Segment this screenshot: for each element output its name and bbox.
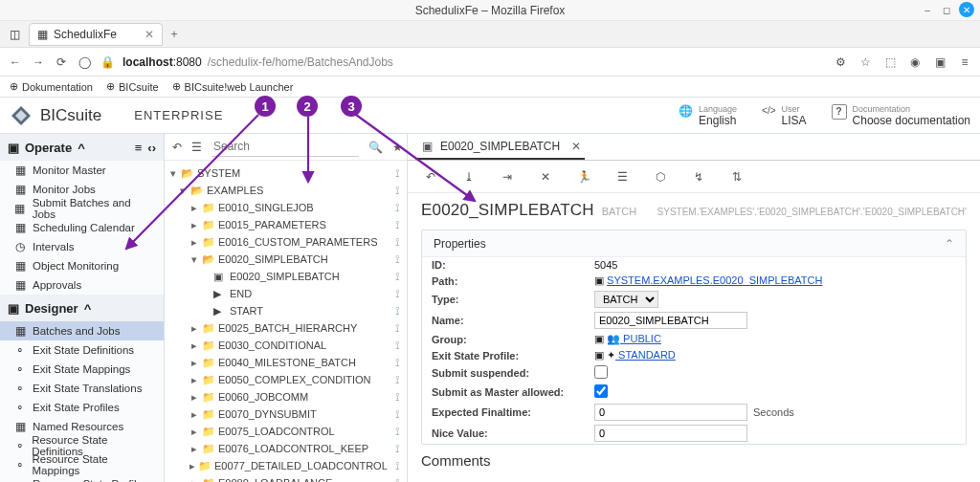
tree-node[interactable]: ▸📁E0060_JOBCOMM⟟	[168, 388, 403, 405]
tree-twisty-icon[interactable]: ▸	[189, 202, 199, 214]
tree-twisty-icon[interactable]: ▸	[189, 236, 199, 249]
nav-reload-icon[interactable]: ⟳	[54, 55, 69, 70]
tab-history-icon[interactable]: ◫	[6, 26, 23, 43]
tree-twisty-icon[interactable]: ▸	[189, 426, 199, 438]
pin-icon[interactable]: ⟟	[395, 459, 399, 472]
bookmark-item[interactable]: ⊕ Dokumentation	[10, 80, 93, 93]
tree-node[interactable]: ▸📁E0075_LOADCONTROL⟟	[168, 423, 403, 440]
nav-back-icon[interactable]: ←	[8, 55, 23, 70]
user-selector[interactable]: UserLISA	[762, 104, 806, 127]
pin-icon[interactable]: ⟟	[395, 252, 399, 266]
detail-tab-close-icon[interactable]: ✕	[571, 140, 581, 153]
undo-icon[interactable]: ↶	[172, 139, 182, 156]
stack-icon[interactable]: ☰	[612, 167, 632, 186]
shield-icon[interactable]: ⬡	[651, 167, 670, 186]
pin-icon[interactable]: ⟟	[395, 339, 399, 352]
nav-fwd-icon[interactable]: →	[31, 55, 46, 70]
tree-twisty-icon[interactable]: ▾	[168, 167, 178, 180]
pin-icon[interactable]: ⟟	[395, 442, 399, 455]
nav-item-monitor-jobs[interactable]: ▦Monitor Jobs	[0, 180, 164, 199]
tree-node[interactable]: ▶START⟟	[168, 302, 403, 319]
star-icon[interactable]: ★	[392, 139, 403, 156]
finaltime-field[interactable]	[594, 404, 747, 421]
nav-item-resource-state-definitions[interactable]: ∘Resource State Definitions	[0, 436, 164, 455]
collapse-icon[interactable]: ⌃	[945, 237, 954, 251]
tree-node[interactable]: ▸📁E0016_CUSTOM_PARAMETERS⟟	[168, 233, 403, 251]
app-menu-icon[interactable]: ≡	[957, 55, 972, 70]
tree-node[interactable]: ▸📁E0050_COMPLEX_CONDITION⟟	[168, 371, 403, 388]
tree-twisty-icon[interactable]: ▸	[189, 408, 199, 421]
nav-item-object-monitoring[interactable]: ▦Object Monitoring	[0, 256, 164, 275]
bookmark-item[interactable]: ⊕ BICsuite!web Launcher	[172, 80, 294, 93]
pin-icon[interactable]: ⟟	[395, 201, 399, 214]
window-minimize-icon[interactable]: –	[921, 3, 934, 16]
tree-node[interactable]: ▣E0020_SIMPLEBATCH⟟	[168, 268, 403, 285]
submit-master-checkbox[interactable]	[594, 384, 608, 398]
pin-icon[interactable]: ⟟	[395, 390, 399, 404]
nav-item-resource-state-mappings[interactable]: ∘Resource State Mappings	[0, 455, 164, 474]
pin-icon[interactable]: ⟟	[395, 407, 399, 421]
account-icon[interactable]: ◉	[907, 55, 923, 70]
tree-node[interactable]: ▸📁E0025_BATCH_HIERARCHY⟟	[168, 319, 403, 337]
export-icon[interactable]: ⇥	[498, 167, 517, 186]
tree-twisty-icon[interactable]: ▸	[189, 391, 199, 404]
nav-item-exit-state-definitions[interactable]: ∘Exit State Definitions	[0, 340, 164, 360]
pin-icon[interactable]: ⟟	[395, 373, 399, 386]
pin-icon[interactable]: ⟟	[395, 304, 399, 318]
pin-icon[interactable]: ⟟	[395, 235, 399, 249]
tree-node[interactable]: ▾📂SYSTEM⟟	[168, 164, 403, 182]
nav-item-approvals[interactable]: ▦Approvals	[0, 275, 164, 295]
nav-item-scheduling-calendar[interactable]: ▦Scheduling Calendar	[0, 218, 164, 237]
tree-twisty-icon[interactable]: ▸	[189, 443, 199, 455]
save-icon[interactable]: ⤓	[459, 167, 479, 186]
pin-icon[interactable]: ⟟	[395, 166, 399, 180]
pin-icon[interactable]: ⟟	[395, 218, 399, 231]
language-selector[interactable]: LanguageEnglish	[679, 104, 737, 127]
bookmark-star-icon[interactable]: ☆	[858, 55, 873, 70]
window-maximize-icon[interactable]: ◻	[940, 3, 953, 16]
tree-node[interactable]: ▾📂EXAMPLES⟟	[168, 182, 403, 199]
sort-icon[interactable]: ⇅	[727, 167, 746, 186]
nav-item-submit-batches[interactable]: ▦Submit Batches and Jobs	[0, 199, 164, 218]
tree-node[interactable]: ▸📁E0040_MILESTONE_BATCH⟟	[168, 354, 403, 371]
tree-node[interactable]: ▶END⟟	[168, 285, 403, 302]
expand-icon[interactable]: ‹›	[147, 141, 156, 155]
nav-item-exit-state-translations[interactable]: ∘Exit State Translations	[0, 379, 164, 398]
nav-item-monitor-master[interactable]: ▦Monitor Master	[0, 161, 164, 180]
collapse-icon[interactable]: ≡	[135, 141, 143, 155]
tree-node[interactable]: ▸📁E0080_LOADBALANCE⟟	[168, 474, 403, 482]
docs-selector[interactable]: DocumentationChoose documentation	[832, 104, 970, 127]
new-tab-button[interactable]: ＋	[163, 26, 186, 42]
nav-item-exit-state-mappings[interactable]: ∘Exit State Mappings	[0, 360, 164, 379]
nav-section-designer[interactable]: ▣ Designer ^	[0, 295, 164, 321]
detail-tab[interactable]: ▣ E0020_SIMPLEBATCH ✕	[415, 135, 585, 160]
tree-twisty-icon[interactable]: ▾	[189, 253, 199, 266]
browser-tab[interactable]: ▦ SchedulixFe ✕	[29, 23, 163, 46]
pin-icon[interactable]: ⟟	[395, 321, 399, 335]
tree-twisty-icon[interactable]: ▾	[178, 185, 188, 197]
search-icon[interactable]: 🔍	[368, 139, 383, 156]
address-field[interactable]: localhost:8080 /schedulix-fe/home/Batche…	[122, 55, 825, 69]
nav-section-operate[interactable]: ▣ Operate ^ ≡ ‹›	[0, 134, 164, 161]
name-field[interactable]	[594, 312, 747, 329]
tree-twisty-icon[interactable]: ▸	[189, 460, 195, 472]
pin-icon[interactable]: ⟟	[395, 425, 399, 438]
tree-twisty-icon[interactable]: ▸	[189, 219, 199, 231]
tab-close-icon[interactable]: ✕	[145, 28, 154, 41]
nav-item-batches-and-jobs[interactable]: ▦Batches and Jobs	[0, 321, 164, 340]
lock-icon[interactable]: 🔒	[100, 55, 115, 70]
extensions-icon[interactable]: ▣	[932, 55, 947, 70]
tree-twisty-icon[interactable]: ▸	[189, 322, 199, 335]
tree-twisty-icon[interactable]: ▸	[189, 340, 199, 352]
submit-suspended-checkbox[interactable]	[594, 365, 608, 379]
tree-node[interactable]: ▸📁E0015_PARAMETERS⟟	[168, 216, 403, 233]
pin-icon[interactable]: ⟟	[395, 184, 399, 197]
tree-search-input[interactable]	[212, 138, 359, 157]
delete-icon[interactable]: ✕	[536, 167, 555, 186]
reader-icon[interactable]: ⚙	[833, 55, 848, 70]
tree-twisty-icon[interactable]: ▸	[189, 477, 199, 483]
window-close-icon[interactable]: ✕	[959, 2, 974, 17]
tree-node[interactable]: ▸📁E0070_DYNSUBMIT⟟	[168, 405, 403, 423]
pin-icon[interactable]: ⟟	[395, 476, 399, 482]
bookmark-item[interactable]: ⊕ BICsuite	[106, 80, 159, 93]
